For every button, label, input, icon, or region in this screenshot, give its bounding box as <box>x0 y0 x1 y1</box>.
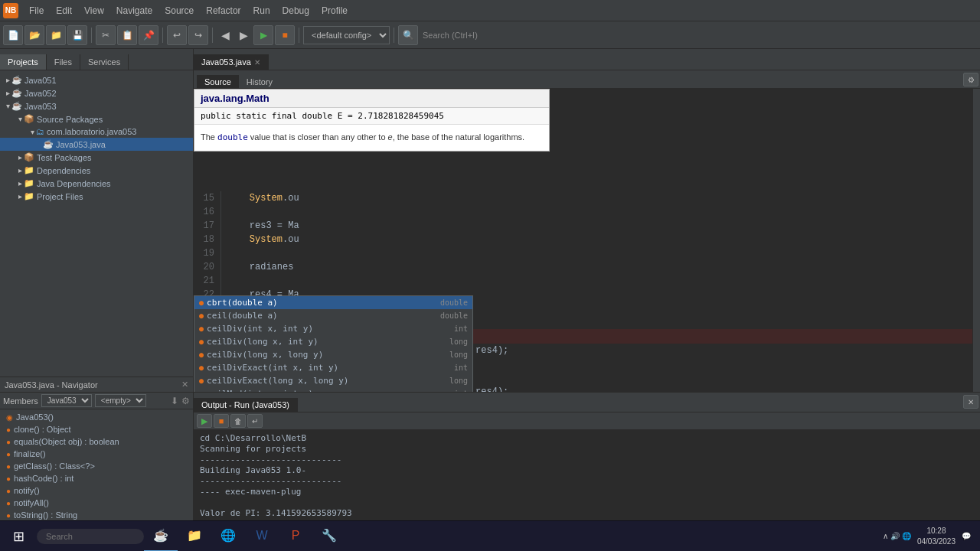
ac-item-ceilmod-int[interactable]: ● ceilMod(int x, int y) int <box>194 387 472 392</box>
expand-java053[interactable]: ▾ <box>6 102 10 110</box>
java053-java-icon: ☕ <box>43 139 54 149</box>
ac-item-ceildiv-int[interactable]: ● ceilDiv(int x, int y) int <box>194 322 472 335</box>
taskbar-search[interactable] <box>37 529 144 544</box>
ac-item-ceildiv-long-long[interactable]: ● ceilDiv(long x, long y) long <box>194 348 472 361</box>
menu-navigate[interactable]: Navigate <box>110 4 158 18</box>
save-btn[interactable]: 💾 <box>67 25 87 45</box>
stop-output-btn[interactable]: ■ <box>214 414 229 428</box>
dependencies-icon: 📁 <box>24 165 34 175</box>
nav-sort-btn[interactable]: ⬇ <box>171 396 178 406</box>
tab-services[interactable]: Services <box>80 54 129 70</box>
java052-icon: ☕ <box>11 88 22 98</box>
cut-btn[interactable]: ✂ <box>96 25 116 45</box>
ac-label-ceilmod-int: ceilMod(int x, int y) <box>207 389 313 392</box>
nav-item-hashcode[interactable]: ● hashCode() : int <box>2 472 191 484</box>
output-close-btn[interactable]: ✕ <box>963 395 978 409</box>
config-combo[interactable]: <default config> <box>303 26 390 44</box>
notification-btn[interactable]: 💬 <box>962 532 971 540</box>
expand-project-files[interactable]: ▸ <box>18 192 22 201</box>
class-filter-combo[interactable]: Java053 <box>41 394 92 407</box>
expand-java-dependencies[interactable]: ▸ <box>18 179 22 187</box>
new-project-btn[interactable]: 📄 <box>3 25 23 45</box>
run-output-btn[interactable]: ▶ <box>197 414 212 428</box>
tree-item-package[interactable]: ▾ 🗂 com.laboratorio.java053 <box>0 126 193 138</box>
tree-item-test-packages[interactable]: ▸ 📦 Test Packages <box>0 151 193 164</box>
menu-debug[interactable]: Debug <box>276 4 315 18</box>
menu-source[interactable]: Source <box>158 4 200 18</box>
editor-tab-java053[interactable]: Java053.java ✕ <box>194 54 269 70</box>
taskbar-netbeans[interactable]: ☕ <box>144 521 178 552</box>
close-tab-btn[interactable]: ✕ <box>254 58 260 67</box>
expand-test-packages[interactable]: ▸ <box>18 153 22 161</box>
menu-view[interactable]: View <box>78 4 110 18</box>
taskbar-app5[interactable]: 🔧 <box>312 521 346 552</box>
taskbar-powerpoint[interactable]: P <box>279 521 312 552</box>
undo-btn[interactable]: ↩ <box>167 25 187 45</box>
taskbar-chrome[interactable]: 🌐 <box>211 521 245 552</box>
close-navigator-btn[interactable]: ✕ <box>181 380 188 390</box>
tree-item-project-files[interactable]: ▸ 📁 Project Files <box>0 190 193 203</box>
expand-dependencies[interactable]: ▸ <box>18 166 22 174</box>
tree-item-java051[interactable]: ▸ ☕ Java051 <box>0 73 193 86</box>
nav-back-btn[interactable]: ◀ <box>217 27 234 44</box>
nav-item-clone[interactable]: ● clone() : Object <box>2 423 191 435</box>
autocomplete-dropdown: ● cbrt(double a) double ● ceil(double a)… <box>194 295 473 392</box>
nav-forward-btn[interactable]: ▶ <box>235 27 252 44</box>
tab-projects[interactable]: Projects <box>0 54 47 70</box>
open-project-btn[interactable]: 📂 <box>24 25 44 45</box>
menu-refactor[interactable]: Refactor <box>200 4 247 18</box>
menu-file[interactable]: File <box>23 4 50 18</box>
tree-item-java052[interactable]: ▸ ☕ Java052 <box>0 86 193 99</box>
output-tab-run[interactable]: Output - Run (Java053) <box>194 398 298 412</box>
tree-item-dependencies[interactable]: ▸ 📁 Dependencies <box>0 164 193 177</box>
nav-item-getclass[interactable]: ● getClass() : Class<?> <box>2 460 191 472</box>
expand-java052[interactable]: ▸ <box>6 89 10 97</box>
history-tab[interactable]: History <box>239 76 280 88</box>
nav-config-btn[interactable]: ⚙ <box>181 396 190 406</box>
tree-item-java053-java[interactable]: ☕ Java053.java <box>0 138 193 151</box>
tree-item-java053[interactable]: ▾ ☕ Java053 <box>0 99 193 112</box>
tab-files[interactable]: Files <box>47 54 80 70</box>
ac-icon-ceil: ● <box>199 311 204 320</box>
java053-icon: ☕ <box>11 101 22 111</box>
ac-item-ceil[interactable]: ● ceil(double a) double <box>194 309 472 322</box>
ac-item-ceildivexact-long[interactable]: ● ceilDivExact(long x, long y) long <box>194 374 472 387</box>
menu-run[interactable]: Run <box>247 4 276 18</box>
nav-item-tostring[interactable]: ● toString() : String <box>2 509 191 521</box>
wrap-output-btn[interactable]: ↵ <box>247 414 263 428</box>
ac-item-ceildivexact-int[interactable]: ● ceilDivExact(int x, int y) int <box>194 361 472 374</box>
stop-btn[interactable]: ■ <box>275 25 295 45</box>
nav-item-notify[interactable]: ● notify() <box>2 484 191 497</box>
navigator-panel: Java053.java - Navigator ✕ Members Java0… <box>0 377 193 530</box>
open-file-btn[interactable]: 📁 <box>46 25 66 45</box>
taskbar-explorer[interactable]: 📁 <box>178 521 211 552</box>
code-line-16: 16 <box>194 205 980 219</box>
expand-source-packages[interactable]: ▾ <box>18 115 22 123</box>
nav-item-finalize[interactable]: ● finalize() <box>2 448 191 460</box>
nav-item-equals[interactable]: ● equals(Object obj) : boolean <box>2 435 191 448</box>
paste-btn[interactable]: 📌 <box>139 25 158 45</box>
app5-icon: 🔧 <box>322 528 337 543</box>
member-filter-combo[interactable]: <empty> <box>95 394 146 407</box>
menu-edit[interactable]: Edit <box>50 4 78 18</box>
tree-item-java-dependencies[interactable]: ▸ 📁 Java Dependencies <box>0 177 193 190</box>
run-project-btn[interactable]: ▶ <box>253 25 273 45</box>
taskbar-word[interactable]: W <box>245 521 279 552</box>
clear-output-btn[interactable]: 🗑 <box>230 414 246 428</box>
nav-item-notifyall[interactable]: ● notifyAll() <box>2 497 191 509</box>
nav-item-constructor[interactable]: ◉ Java053() <box>2 411 191 423</box>
ac-item-cbrt[interactable]: ● cbrt(double a) double <box>194 296 472 309</box>
search-btn[interactable]: 🔍 <box>398 25 418 45</box>
editor-settings-btn[interactable]: ⚙ <box>963 73 978 86</box>
project-tree: ▸ ☕ Java051 ▸ ☕ Java052 ▾ ☕ Java053 ▾ <box>0 70 193 377</box>
method-notifyall-icon: ● <box>6 499 11 507</box>
start-btn[interactable]: ⊞ <box>3 521 34 552</box>
copy-btn[interactable]: 📋 <box>117 25 137 45</box>
ac-item-ceildiv-long-int[interactable]: ● ceilDiv(long x, int y) long <box>194 335 472 348</box>
menu-profile[interactable]: Profile <box>315 4 354 18</box>
redo-btn[interactable]: ↪ <box>188 25 208 45</box>
source-tab[interactable]: Source <box>197 75 239 88</box>
expand-java051[interactable]: ▸ <box>6 76 10 84</box>
tree-item-source-packages[interactable]: ▾ 📦 Source Packages <box>0 112 193 126</box>
expand-package[interactable]: ▾ <box>31 128 34 136</box>
